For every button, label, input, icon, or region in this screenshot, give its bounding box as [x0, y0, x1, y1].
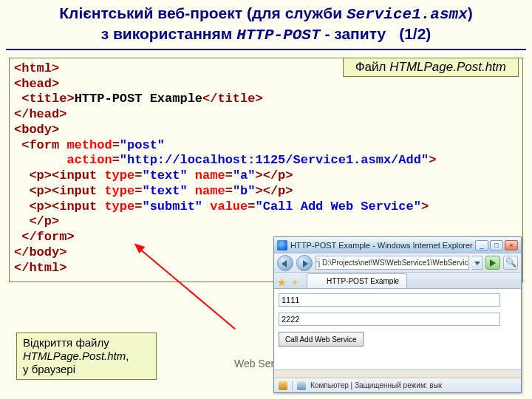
ie-icon: [315, 277, 324, 286]
forward-button[interactable]: [296, 255, 313, 271]
tab-bar: ★ + HTTP-POST Example: [274, 273, 521, 289]
address-bar[interactable]: D:\Projects\net\WS\WebService1\WebServic…: [316, 256, 469, 270]
address-text: D:\Projects\net\WS\WebService1\WebServic…: [322, 259, 469, 267]
add-favorites-icon[interactable]: +: [292, 276, 304, 288]
slide-title: Клієнтський веб-проект (для служби Servi…: [0, 0, 532, 46]
ie-icon: [277, 240, 287, 250]
browser-titlebar[interactable]: HTTP-POST Example - Windows Internet Exp…: [274, 237, 521, 253]
back-button[interactable]: [277, 255, 293, 271]
favorites-star-icon[interactable]: ★: [277, 276, 289, 288]
address-dropdown-icon[interactable]: [472, 256, 482, 270]
tab-label: HTTP-POST Example: [327, 277, 399, 285]
search-icon[interactable]: 🔍: [503, 256, 518, 270]
maximize-button[interactable]: □: [490, 240, 503, 250]
shield-icon: [279, 381, 287, 390]
browser-toolbar: D:\Projects\net\WS\WebService1\WebServic…: [274, 253, 521, 273]
divider: [292, 381, 293, 391]
open-file-caption: Відкриття файлу HTMLPage.Post.htm, у бра…: [16, 332, 157, 380]
status-text: Компьютер | Защищенный режим: вык: [310, 381, 442, 389]
submit-button[interactable]: Call Add Web Service: [279, 332, 364, 347]
input-b[interactable]: [279, 313, 500, 326]
status-bar: Компьютер | Защищенный режим: вык: [274, 378, 521, 392]
computer-icon: [297, 381, 306, 390]
browser-window: HTTP-POST Example - Windows Internet Exp…: [273, 236, 522, 393]
page-content: Call Add Web Service: [274, 289, 521, 370]
close-button[interactable]: ×: [505, 240, 518, 250]
window-title: HTTP-POST Example - Windows Internet Exp…: [290, 241, 475, 250]
file-name-label: Файл HTMLPage.Post.htm: [343, 58, 519, 77]
tab-active[interactable]: HTTP-POST Example: [307, 273, 407, 288]
page-icon: [318, 258, 320, 267]
go-button[interactable]: [485, 256, 500, 270]
title-rule: [6, 49, 526, 50]
input-a[interactable]: [279, 293, 500, 307]
minimize-button[interactable]: _: [475, 240, 488, 250]
